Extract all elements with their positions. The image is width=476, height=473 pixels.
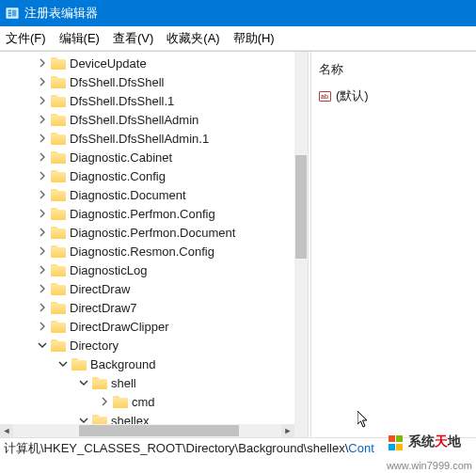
folder-icon [51,114,66,126]
status-bar: 计算机\HKEY_CLASSES_ROOT\Directory\Backgrou… [0,437,476,458]
scrollbar-thumb[interactable] [79,425,239,436]
menu-favorites[interactable]: 收藏夹(A) [167,30,219,47]
tree-item[interactable]: Diagnostic.Perfmon.Document [0,223,294,242]
menu-help[interactable]: 帮助(H) [233,30,275,47]
chevron-right-icon[interactable] [36,150,49,164]
tree-item[interactable]: Diagnostic.Perfmon.Config [0,204,294,223]
tree-item-label: Diagnostic.Document [70,188,186,202]
chevron-down-icon[interactable] [77,376,90,389]
folder-icon [51,170,66,182]
tree-item-label: Background [90,357,155,371]
tree-item-label: DirectDrawClipper [70,320,168,334]
chevron-down-icon[interactable] [77,414,90,424]
tree-item-label: Directory [70,339,119,353]
chevron-down-icon[interactable] [56,357,70,371]
folder-icon [51,133,66,145]
svg-rect-2 [8,12,12,14]
chevron-right-icon[interactable] [36,188,49,201]
folder-icon [51,321,66,333]
window-title: 注册表编辑器 [24,5,98,22]
menu-bar: 文件(F) 编辑(E) 查看(V) 收藏夹(A) 帮助(H) [0,26,476,51]
folder-icon [51,302,66,314]
string-value-icon: ab [317,88,332,103]
chevron-right-icon[interactable] [36,263,49,276]
tree-item[interactable]: DfsShell.DfsShell [0,72,294,91]
tree-item-label: Diagnostic.Perfmon.Config [70,207,215,221]
scroll-left-button[interactable]: ◄ [0,424,13,437]
svg-rect-1 [8,10,12,12]
list-pane[interactable]: 名称 ab(默认) [311,52,476,437]
chevron-right-icon[interactable] [36,301,49,314]
tree-item[interactable]: DfsShell.DfsShellAdmin.1 [0,129,294,148]
folder-icon [113,396,128,408]
tree-item[interactable]: DirectDraw7 [0,298,294,317]
scroll-right-button[interactable]: ► [281,424,294,437]
tree-item-label: DfsShell.DfsShellAdmin.1 [70,132,209,146]
folder-icon [51,227,66,239]
menu-view[interactable]: 查看(V) [113,30,153,47]
tree-item[interactable]: DirectDrawClipper [0,317,294,336]
folder-icon [51,339,66,352]
folder-icon [51,264,66,276]
tree-item-label: DirectDraw7 [70,301,137,315]
tree-item-label: Diagnostic.Resmon.Config [70,244,214,259]
chevron-right-icon[interactable] [36,113,49,126]
tree-item[interactable]: DfsShell.DfsShellAdmin [0,110,294,129]
chevron-right-icon[interactable] [98,395,111,408]
tree-item-label: DfsShell.DfsShell [70,75,164,89]
chevron-right-icon[interactable] [36,94,49,107]
tree-item[interactable]: Directory [0,336,294,355]
tree-item[interactable]: Diagnostic.Config [0,166,294,185]
tree-item-label: Diagnostic.Perfmon.Document [70,226,235,240]
tree-item[interactable]: Diagnostic.Document [0,185,294,204]
tree-view[interactable]: DeviceUpdateDfsShell.DfsShellDfsShell.Df… [0,52,294,424]
svg-rect-3 [8,15,12,17]
chevron-right-icon[interactable] [36,56,49,70]
tree-pane: DeviceUpdateDfsShell.DfsShellDfsShell.Df… [0,52,308,437]
status-path: 计算机\HKEY_CLASSES_ROOT\Directory\Backgrou… [4,440,348,457]
chevron-right-icon[interactable] [36,132,49,145]
folder-icon [92,415,107,425]
folder-icon [92,377,107,389]
scroll-h-track[interactable] [13,424,281,437]
tree-item-label: DfsShell.DfsShellAdmin [70,113,198,127]
chevron-right-icon[interactable] [36,207,49,220]
microsoft-logo-icon [389,435,405,451]
tree-scrollbar-horizontal[interactable]: ◄ ► [0,424,294,437]
chevron-right-icon[interactable] [36,169,49,182]
tree-item[interactable]: Background [0,355,294,373]
folder-icon [51,151,66,164]
folder-icon [51,189,66,201]
tree-item[interactable]: cmd [0,392,294,411]
chevron-down-icon[interactable] [36,339,49,352]
tree-item[interactable]: DirectDraw [0,279,294,298]
menu-edit[interactable]: 编辑(E) [59,30,100,47]
menu-file[interactable]: 文件(F) [6,30,46,47]
chevron-right-icon[interactable] [36,75,49,88]
tree-item[interactable]: DiagnosticLog [0,260,294,279]
tree-item-label: shellex [111,414,149,425]
scrollbar-thumb[interactable] [295,155,307,259]
column-header-name[interactable]: 名称 [317,57,470,83]
regedit-icon [6,7,19,20]
watermark-brand: 系统天地 [408,434,461,450]
folder-icon [71,358,87,371]
chevron-right-icon[interactable] [36,244,49,258]
tree-item[interactable]: DfsShell.DfsShell.1 [0,91,294,110]
title-bar[interactable]: 注册表编辑器 [0,0,476,26]
list-item[interactable]: ab(默认) [317,87,470,105]
chevron-right-icon[interactable] [36,226,49,239]
list-item-label: (默认) [336,87,369,104]
watermark-overlay: 系统天地 www.win7999.com [0,458,476,473]
tree-item-label: DeviceUpdate [70,56,147,71]
folder-icon [51,95,66,107]
folder-icon [51,245,66,258]
tree-item[interactable]: shell [0,373,294,392]
chevron-right-icon[interactable] [36,282,49,295]
chevron-right-icon[interactable] [36,320,49,333]
tree-item[interactable]: Diagnostic.Resmon.Config [0,242,294,260]
tree-item[interactable]: DeviceUpdate [0,54,294,72]
tree-item[interactable]: shellex [0,411,294,424]
tree-scrollbar-vertical[interactable] [294,52,308,424]
tree-item[interactable]: Diagnostic.Cabinet [0,148,294,166]
